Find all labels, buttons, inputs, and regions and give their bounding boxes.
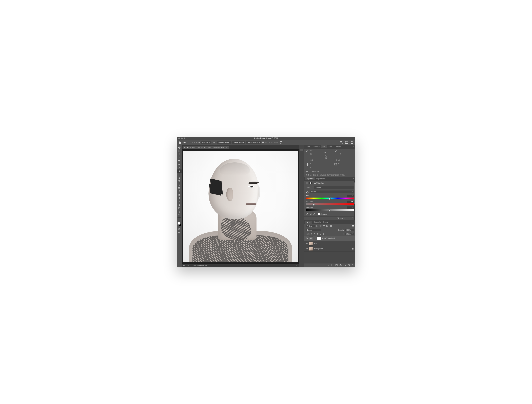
search-icon[interactable] xyxy=(339,141,343,144)
layer-mask-thumb[interactable] xyxy=(317,237,321,240)
visibility-toggle-icon[interactable] xyxy=(306,237,308,240)
eyedropper-set-icon[interactable] xyxy=(306,213,308,215)
visibility-toggle-icon[interactable] xyxy=(306,242,308,245)
move-tool[interactable] xyxy=(177,146,182,149)
tab-channels[interactable]: Channels xyxy=(312,221,322,224)
tab-properties[interactable]: Properties xyxy=(304,177,315,180)
properties-scrollbar[interactable] xyxy=(354,181,355,220)
marquee-tool[interactable] xyxy=(177,149,182,153)
mask-link-icon[interactable] xyxy=(314,237,316,240)
filter-adjust-icon[interactable] xyxy=(319,225,322,227)
crop-tool[interactable] xyxy=(177,159,182,163)
zoom-level[interactable]: 66.67% xyxy=(183,265,189,267)
reset-icon[interactable] xyxy=(344,217,346,220)
panel-menu-icon[interactable]: ≡ xyxy=(352,221,355,224)
link-layers-icon[interactable] xyxy=(327,264,330,266)
lasso-tool[interactable] xyxy=(177,153,182,156)
eraser-tool[interactable] xyxy=(177,183,182,186)
filter-type-icon[interactable] xyxy=(323,225,325,227)
layer-row[interactable]: start xyxy=(304,241,355,246)
lock-transparent-icon[interactable] xyxy=(310,233,312,235)
tab-info[interactable]: Info xyxy=(321,145,327,148)
pen-tool[interactable] xyxy=(177,196,182,200)
frame-tool[interactable] xyxy=(177,163,182,166)
blend-mode-dropdown[interactable]: Normal xyxy=(306,229,321,231)
healing-brush-tool[interactable] xyxy=(177,169,182,173)
opacity-input[interactable]: 100% xyxy=(345,229,354,231)
color-swatches[interactable] xyxy=(177,222,182,226)
clone-stamp-tool[interactable] xyxy=(177,176,182,180)
blur-tool[interactable] xyxy=(177,190,182,193)
lock-position-icon[interactable] xyxy=(317,233,318,235)
lightness-slider[interactable]: Lightness:0 xyxy=(304,206,355,212)
quick-mask-icon[interactable] xyxy=(177,228,182,231)
screen-mode-icon[interactable] xyxy=(177,231,182,234)
layer-filter-dropdown[interactable]: Kind xyxy=(306,225,315,227)
tab-libraries[interactable]: Libraries xyxy=(334,145,343,148)
hue-slider[interactable]: Hue:0 xyxy=(304,194,355,200)
path-select-tool[interactable] xyxy=(177,203,182,206)
toggle-visibility-icon[interactable] xyxy=(348,217,350,220)
brush-size-value[interactable]: 9 xyxy=(191,141,193,143)
pressure-icon[interactable] xyxy=(279,141,283,144)
filter-shape-icon[interactable] xyxy=(326,225,329,227)
foreground-color-swatch[interactable] xyxy=(177,222,180,224)
mode-dropdown[interactable]: Normal xyxy=(201,141,211,144)
home-button[interactable] xyxy=(178,141,182,144)
history-brush-tool[interactable] xyxy=(177,180,182,183)
type-tool[interactable] xyxy=(177,200,182,203)
panel-menu-icon[interactable]: ≡ xyxy=(352,146,355,148)
edit-toolbar-icon[interactable] xyxy=(177,218,182,222)
tab-layers[interactable]: Layers xyxy=(304,221,312,224)
visibility-toggle-icon[interactable] xyxy=(306,248,308,250)
add-mask-icon[interactable] xyxy=(335,264,338,266)
docsize-label[interactable]: Doc: 21.6M/43.2M xyxy=(193,265,207,267)
document-tab[interactable]: Untitled-1 @ 66.7% (Hue/Saturation 1, La… xyxy=(183,146,229,149)
share-icon[interactable] xyxy=(350,141,354,144)
lock-pixels-icon[interactable] xyxy=(313,233,316,235)
btn-proximity-match[interactable]: Proximity Match xyxy=(247,141,261,144)
hand-tool[interactable] xyxy=(177,210,182,213)
dodge-tool[interactable] xyxy=(177,193,182,196)
lock-artboard-icon[interactable] xyxy=(320,233,322,235)
new-adjustment-icon[interactable] xyxy=(339,264,342,266)
filter-pixel-icon[interactable] xyxy=(316,225,318,227)
fx-icon[interactable]: fx▾ xyxy=(331,264,334,266)
layer-row[interactable]: Background xyxy=(304,246,355,251)
tab-adjustments[interactable]: Adjustments xyxy=(315,177,327,180)
panel-menu-icon[interactable]: ≡ xyxy=(352,178,355,180)
fill-input[interactable]: 100% xyxy=(345,233,354,235)
layer-name[interactable]: Hue/Saturation 1 xyxy=(322,237,335,239)
layer-thumb-adjustment[interactable] xyxy=(309,237,313,240)
layer-name[interactable]: Background xyxy=(314,248,323,250)
tab-paths[interactable]: Paths xyxy=(322,221,329,224)
quick-select-tool[interactable] xyxy=(177,156,182,159)
delete-layer-icon[interactable] xyxy=(351,264,354,266)
shape-tool[interactable] xyxy=(177,206,182,210)
zoom-tool[interactable] xyxy=(177,213,182,217)
channel-dropdown[interactable]: Master xyxy=(310,191,354,193)
new-layer-icon[interactable] xyxy=(348,264,350,266)
eyedropper-add-icon[interactable] xyxy=(309,213,312,215)
filter-smart-icon[interactable] xyxy=(329,225,332,227)
clip-to-layer-icon[interactable] xyxy=(337,217,339,220)
tab-color[interactable]: Color xyxy=(304,145,311,148)
healing-tool-icon[interactable] xyxy=(183,141,186,144)
brush-tool[interactable] xyxy=(177,173,182,176)
lock-all-icon[interactable] xyxy=(323,233,325,235)
eyedropper-subtract-icon[interactable] xyxy=(313,213,315,215)
eyedropper-tool[interactable] xyxy=(177,166,182,169)
collapsed-panel-icon[interactable] xyxy=(300,149,303,151)
targeted-adjust-icon[interactable] xyxy=(306,190,309,194)
btn-content-aware[interactable]: Content-Aware xyxy=(217,141,231,144)
layer-thumb[interactable] xyxy=(309,242,313,245)
filter-toggle-icon[interactable] xyxy=(352,225,354,227)
layer-name[interactable]: start xyxy=(314,243,317,244)
close-tab-icon[interactable]: × xyxy=(226,147,227,148)
workspace-switcher-icon[interactable] xyxy=(345,141,348,144)
layer-row[interactable]: Hue/Saturation 1 xyxy=(304,236,355,241)
saturation-slider[interactable]: Saturation:-65 xyxy=(304,200,355,206)
canvas[interactable] xyxy=(182,149,299,264)
new-group-icon[interactable] xyxy=(343,264,346,266)
sample-all-layers-checkbox[interactable]: Sample All Layers xyxy=(262,141,278,143)
